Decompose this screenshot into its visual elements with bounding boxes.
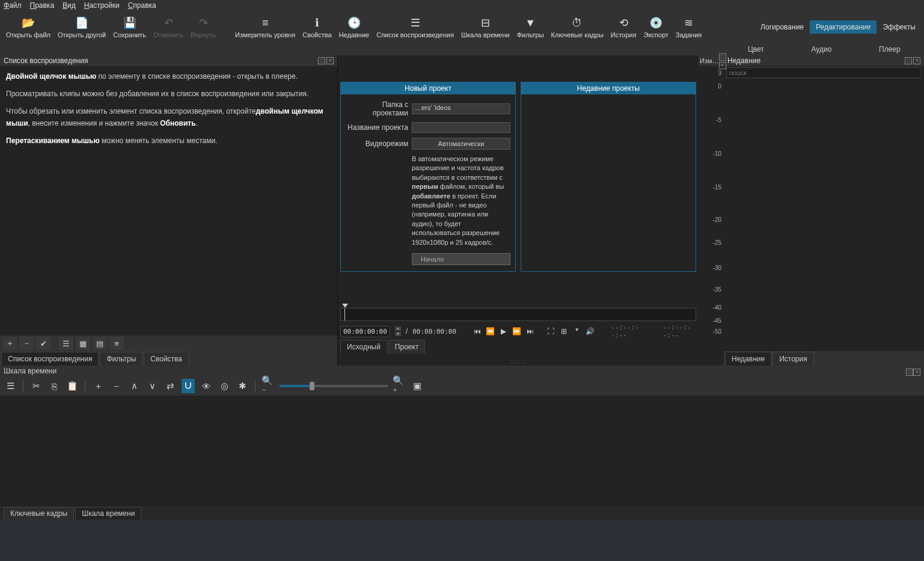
meter-dock-icon[interactable]: ◻ — [719, 54, 726, 61]
project-folder-input[interactable]: …ers' 'ideos — [412, 103, 510, 114]
menu-settings[interactable]: Настройки — [84, 1, 120, 10]
zoom-fit-timeline-button[interactable]: ▣ — [411, 379, 424, 393]
insert-button[interactable]: ∨ — [145, 379, 159, 393]
tab-source[interactable]: Исходный — [340, 340, 387, 354]
open-file-button[interactable]: 📂Открыть файл — [2, 11, 54, 43]
timecode-current[interactable]: 00:00:00:00 — [340, 326, 390, 337]
main-toolbar: 📂Открыть файл 📄Открыть другой 💾Сохранить… — [0, 11, 924, 43]
delete-button[interactable]: － — [109, 379, 123, 393]
keyframes-button[interactable]: ⏱Ключевые кадры — [548, 11, 607, 43]
forward-button[interactable]: ⏩ — [512, 327, 522, 336]
stopwatch-icon: ⏱ — [572, 16, 583, 30]
skip-start-button[interactable]: ⏮ — [473, 327, 482, 336]
redo-button[interactable]: ↷Вернуть — [187, 11, 219, 43]
drag-handle-icon[interactable]: :::::: — [338, 358, 699, 364]
recent-button[interactable]: 🕒Недавние — [335, 11, 373, 43]
ripple-button[interactable]: ◎ — [218, 379, 231, 393]
undo-button[interactable]: ↶Отменить — [150, 11, 187, 43]
project-name-label: Название проекта — [346, 123, 412, 132]
grid-dropdown-icon[interactable]: ▼ — [572, 327, 582, 336]
menu-edit[interactable]: Правка — [30, 1, 55, 10]
tab-history[interactable]: История — [773, 352, 814, 366]
equalizer-icon: ≡ — [262, 16, 269, 30]
context-bar: Цвет Аудио Плеер — [0, 43, 924, 55]
overwrite-button[interactable]: ⇄ — [164, 379, 177, 393]
timeline-toolbar: ☰ ✂ ⎘ 📋 ＋ － ∧ ∨ ⇄ 👁 ◎ ✱ 🔍⁻ 🔍⁺ ▣ — [0, 376, 924, 396]
tab-keyframes[interactable]: Ключевые кадры — [4, 507, 74, 520]
volume-button[interactable]: 🔊 — [586, 327, 595, 336]
tab-properties[interactable]: Свойства — [144, 352, 189, 366]
copy-button[interactable]: ⎘ — [47, 379, 61, 393]
timeline-dock-icon[interactable]: ◻ — [906, 369, 913, 376]
menu-file[interactable]: Файл — [4, 1, 22, 10]
zoom-slider[interactable] — [280, 385, 388, 387]
menu-help[interactable]: Справка — [128, 1, 156, 10]
timecode-spinner[interactable]: ▲▼ — [395, 326, 401, 337]
player-panel: Новый проект Папка с проектами …ers' 'id… — [338, 55, 699, 366]
cut-button[interactable]: ✂ — [29, 379, 43, 393]
menu-view[interactable]: Вид — [63, 1, 76, 10]
view-tiles-button[interactable]: ▦ — [76, 337, 90, 350]
grid-button[interactable]: ⊞ — [559, 327, 569, 336]
context-audio[interactable]: Аудио — [811, 45, 831, 54]
mode-editing[interactable]: Редактирование — [810, 20, 877, 34]
append-button[interactable]: ＋ — [91, 379, 105, 393]
zoom-out-button[interactable]: 🔍⁻ — [262, 379, 275, 393]
play-button[interactable]: ▶ — [499, 327, 509, 336]
view-list-button[interactable]: ≡ — [109, 337, 124, 350]
ripple-all-button[interactable]: ✱ — [236, 379, 249, 393]
zoom-in-button[interactable]: 🔍⁺ — [393, 379, 406, 393]
filters-button[interactable]: ▼Фильтры — [513, 11, 548, 43]
properties-button[interactable]: ℹСвойства — [299, 11, 335, 43]
level-meter-button[interactable]: ≡Измеритель уровня — [231, 11, 299, 43]
zoom-thumb[interactable] — [310, 382, 314, 390]
file-plus-icon: 📄 — [75, 16, 88, 30]
view-details-button[interactable]: ☰ — [59, 337, 73, 350]
tab-project[interactable]: Проект — [388, 340, 426, 354]
recent-dock-icon[interactable]: ◻ — [905, 57, 912, 64]
start-button[interactable]: Начало — [412, 253, 510, 265]
recent-close-icon[interactable]: ✕ — [913, 57, 920, 64]
tab-timeline[interactable]: Шкала времени — [75, 507, 141, 520]
tab-playlist[interactable]: Список воспроизведения — [1, 352, 99, 366]
lift-button[interactable]: ∧ — [127, 379, 141, 393]
playlist-dock-icon[interactable]: ◻ — [318, 57, 325, 64]
history-button[interactable]: ⟲История — [607, 11, 640, 43]
export-button[interactable]: 💿Экспорт — [640, 11, 672, 43]
timeline-close-icon[interactable]: ✕ — [913, 369, 920, 376]
scrub-bar[interactable] — [340, 308, 696, 321]
context-color[interactable]: Цвет — [748, 45, 764, 54]
view-icons-button[interactable]: ▤ — [93, 337, 107, 350]
recent-panel: Недавние ◻✕ Недавние История — [724, 55, 924, 366]
zoom-fit-button[interactable]: ⛶ — [546, 327, 555, 336]
transport-bar: 00:00:00:00 ▲▼ / 00:00:00:00 ⏮ ⏪ ▶ ⏩ ⏭ ⛶… — [340, 323, 696, 339]
tab-filters[interactable]: Фильтры — [100, 352, 142, 366]
video-mode-note: В автоматическом режиме разрешение и час… — [412, 155, 510, 247]
tl-menu-button[interactable]: ☰ — [4, 379, 17, 393]
playlist-update-button[interactable]: ✔ — [36, 337, 50, 350]
playlist-panel: Список воспроизведения ◻ ✕ Двойной щелчо… — [0, 55, 338, 366]
timeline-button[interactable]: ⊟Шкала времени — [457, 11, 513, 43]
playhead-marker-icon[interactable] — [342, 304, 348, 308]
playlist-add-button[interactable]: ＋ — [2, 337, 17, 350]
skip-end-button[interactable]: ⏭ — [525, 327, 535, 336]
menu-bar: Файл Правка Вид Настройки Справка — [0, 0, 924, 11]
playlist-remove-button[interactable]: － — [19, 337, 34, 350]
snap-button[interactable] — [182, 379, 195, 393]
context-player[interactable]: Плеер — [879, 45, 901, 54]
save-button[interactable]: 💾Сохранить — [109, 11, 150, 43]
tab-recent[interactable]: Недавние — [725, 352, 771, 366]
playlist-button[interactable]: ☰Список воспроизведения — [373, 11, 457, 43]
paste-button[interactable]: 📋 — [66, 379, 79, 393]
timeline-body[interactable] — [0, 396, 924, 506]
rewind-button[interactable]: ⏪ — [486, 327, 495, 336]
mode-effects[interactable]: Эффекты — [877, 20, 922, 34]
video-mode-button[interactable]: Автоматически — [412, 138, 510, 150]
mode-logging[interactable]: Логирование — [754, 20, 810, 34]
tasks-button[interactable]: ≋Задания — [672, 11, 705, 43]
scrub-audio-button[interactable]: 👁 — [200, 379, 213, 393]
open-other-button[interactable]: 📄Открыть другой — [54, 11, 109, 43]
playlist-close-icon[interactable]: ✕ — [326, 57, 334, 64]
project-name-input[interactable] — [412, 122, 510, 133]
recent-search-input[interactable] — [726, 67, 922, 78]
